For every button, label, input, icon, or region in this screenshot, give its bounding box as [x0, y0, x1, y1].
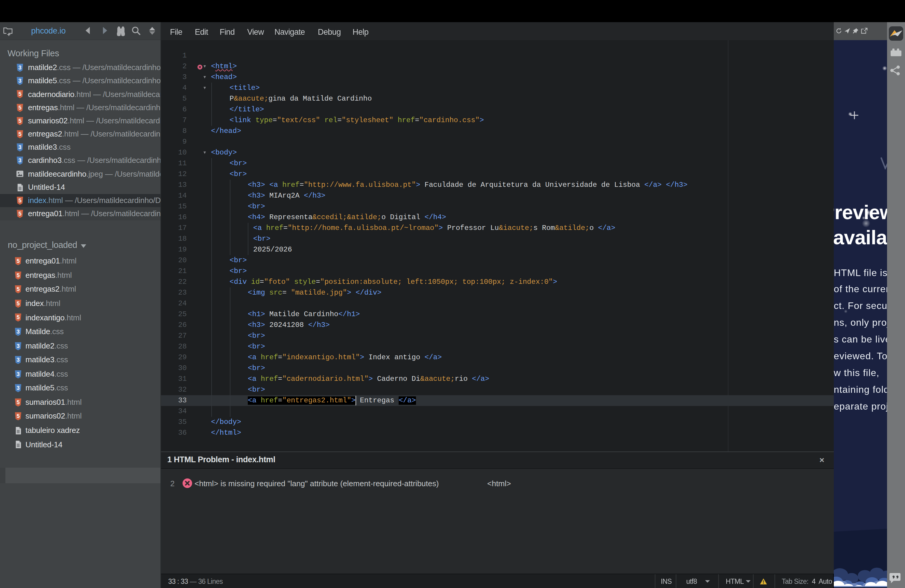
svg-text:3: 3 [18, 78, 21, 84]
svg-text:5: 5 [18, 91, 21, 97]
svg-text:3: 3 [16, 343, 19, 349]
svg-text:5: 5 [16, 286, 19, 292]
svg-text:3: 3 [16, 385, 19, 391]
svg-text:5: 5 [16, 413, 19, 419]
svg-text:5: 5 [16, 399, 19, 405]
svg-text:3: 3 [16, 329, 19, 335]
svg-text:5: 5 [16, 258, 19, 264]
svg-text:5: 5 [16, 272, 19, 278]
svg-text:5: 5 [18, 104, 21, 110]
svg-text:5: 5 [18, 118, 21, 124]
svg-text:3: 3 [16, 357, 19, 363]
svg-text:3: 3 [18, 144, 21, 150]
svg-text:5: 5 [16, 314, 19, 320]
svg-text:3: 3 [18, 64, 21, 71]
svg-text:3: 3 [16, 371, 19, 377]
svg-text:5: 5 [18, 197, 21, 203]
svg-text:3: 3 [18, 157, 21, 164]
svg-text:5: 5 [18, 210, 21, 216]
svg-text:5: 5 [16, 300, 19, 306]
svg-text:5: 5 [18, 130, 21, 137]
